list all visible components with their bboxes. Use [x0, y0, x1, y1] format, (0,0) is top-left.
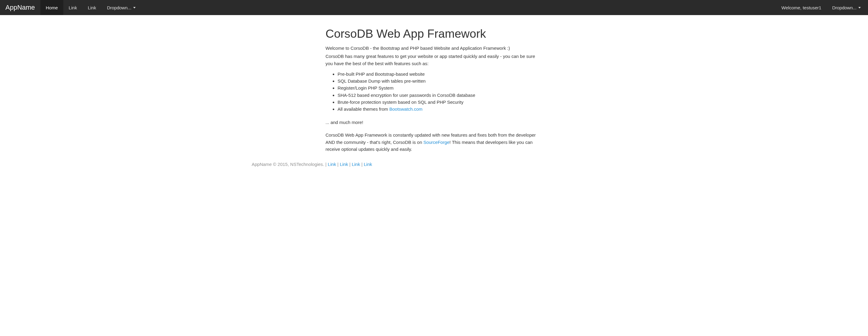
list-item: SHA-512 based encryption for user passwo…: [338, 92, 542, 99]
nav-item-label: Link: [88, 5, 96, 10]
list-item: Brute-force protection system based on S…: [338, 99, 542, 106]
footer-link-1[interactable]: Link: [328, 162, 336, 167]
nav-item-dropdown[interactable]: Dropdown...: [101, 0, 141, 15]
footer-copyright: AppName © 2015, NSTechnologies.: [252, 162, 324, 167]
bootswatch-link[interactable]: Bootswatch.com: [390, 107, 423, 112]
list-item: SQL Database Dump with tables pre-writte…: [338, 78, 542, 84]
feature-list: Pre-built PHP and Bootstrap-based websit…: [326, 71, 542, 113]
footer-separator: |: [361, 162, 364, 167]
page-title: CorsoDB Web App Framework: [326, 27, 542, 40]
nav-right: Welcome, testuser1 Dropdown...: [776, 0, 868, 15]
nav-item-home[interactable]: Home: [40, 0, 63, 15]
footer-separator: |: [349, 162, 352, 167]
list-item-themes: All available themes from Bootswatch.com: [338, 106, 542, 112]
nav-user-dropdown[interactable]: Dropdown...: [827, 0, 866, 15]
nav-left: Home Link Link Dropdown...: [40, 0, 141, 15]
caret-down-icon: [858, 7, 861, 8]
more-paragraph: ... and much more!: [326, 120, 542, 125]
footer-link-3[interactable]: Link: [352, 162, 360, 167]
nav-item-link-1[interactable]: Link: [63, 0, 83, 15]
navbar: AppName Home Link Link Dropdown... Welco…: [0, 0, 868, 15]
nav-item-label: Link: [69, 5, 77, 10]
main-container: CorsoDB Web App Framework Welcome to Cor…: [321, 27, 547, 152]
nav-item-label: Dropdown...: [107, 5, 131, 10]
intro-paragraph: CorsoDB has many great features to get y…: [326, 53, 542, 67]
welcome-paragraph: Welcome to CorsoDB - the Bootstrap and P…: [326, 45, 542, 52]
list-item: Register/Login PHP System: [338, 84, 542, 91]
footer-link-2[interactable]: Link: [340, 162, 348, 167]
welcome-label: Welcome, testuser1: [781, 5, 821, 10]
nav-item-label: Home: [46, 5, 58, 10]
nav-item-link-2[interactable]: Link: [82, 0, 101, 15]
footer: AppName © 2015, NSTechnologies. | Link |…: [247, 162, 621, 173]
themes-prefix: All available themes from: [338, 107, 390, 112]
list-item: Pre-built PHP and Bootstrap-based websit…: [338, 71, 542, 78]
nav-welcome-text: Welcome, testuser1: [776, 0, 827, 15]
sourceforge-link[interactable]: SourceForge: [424, 140, 450, 145]
brand[interactable]: AppName: [0, 0, 40, 15]
caret-down-icon: [133, 7, 135, 8]
footer-link-4[interactable]: Link: [364, 162, 372, 167]
update-paragraph: CorsoDB Web App Framework is constantly …: [326, 132, 542, 152]
footer-separator: |: [326, 162, 328, 167]
nav-item-label: Dropdown...: [832, 5, 857, 10]
